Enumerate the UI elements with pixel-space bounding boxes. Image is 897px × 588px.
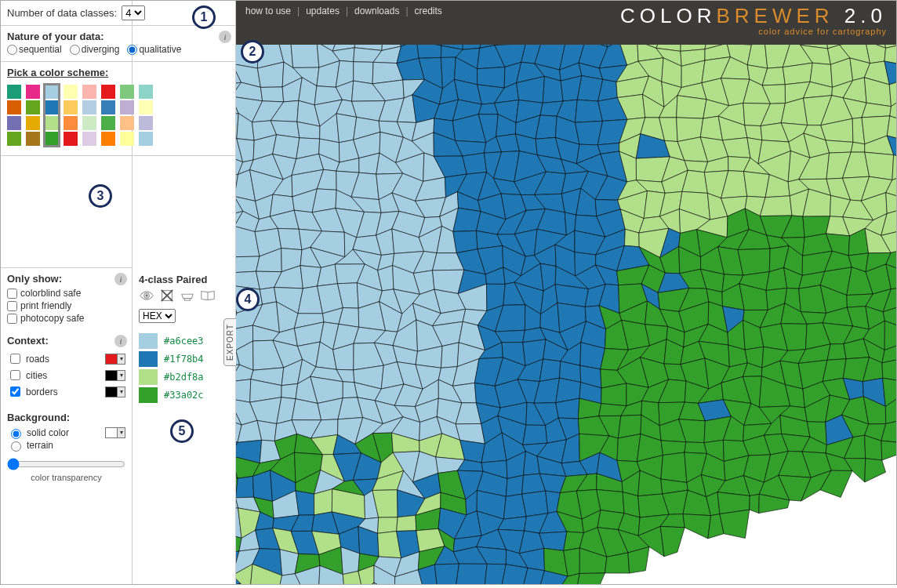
- borders-color-picker[interactable]: ▾: [105, 387, 125, 397]
- svg-point-0: [145, 294, 147, 296]
- background-title: Background:: [7, 407, 125, 426]
- scheme-option[interactable]: [7, 85, 21, 146]
- scheme-option[interactable]: [101, 85, 115, 146]
- svg-marker-111: [260, 87, 283, 102]
- legend-color-row: #a6cee3: [139, 333, 229, 349]
- check-print[interactable]: print friendly: [7, 300, 125, 311]
- svg-marker-244: [826, 140, 853, 153]
- check-photocopy[interactable]: photocopy safe: [7, 313, 125, 324]
- svg-marker-925: [720, 510, 750, 538]
- legend-color-row: #b2df8a: [139, 369, 229, 385]
- check-roads[interactable]: roads: [7, 351, 49, 366]
- context-section: Context: i roads ▾ cities ▾ borders ▾: [1, 333, 132, 405]
- roads-color-picker[interactable]: ▾: [105, 354, 125, 365]
- check-borders[interactable]: borders: [7, 384, 58, 399]
- svg-marker-629: [827, 344, 846, 361]
- legend-title: 4-class Paired: [139, 274, 229, 285]
- svg-marker-908: [378, 517, 398, 534]
- transparency-slider[interactable]: [7, 458, 125, 470]
- export-tab[interactable]: EXPORT: [223, 318, 237, 366]
- svg-marker-982: [456, 564, 487, 584]
- svg-marker-261: [463, 153, 487, 174]
- svg-marker-794: [617, 434, 641, 462]
- radio-solid-color[interactable]: [11, 429, 21, 439]
- step-bubble-1: 1: [192, 5, 216, 29]
- svg-marker-830: [661, 452, 687, 482]
- background-section: Background: solid color ▾ terrain color …: [1, 405, 132, 488]
- svg-marker-650: [539, 359, 561, 382]
- bg-color-picker[interactable]: ▾: [105, 427, 125, 438]
- svg-marker-670: [236, 379, 251, 402]
- svg-marker-87: [478, 67, 505, 89]
- step-bubble-3: 3: [89, 184, 112, 208]
- eye-icon: [139, 289, 154, 305]
- svg-marker-43: [290, 45, 318, 67]
- link-downloads[interactable]: downloads: [354, 5, 399, 16]
- svg-marker-988: [577, 573, 605, 584]
- svg-marker-310: [743, 172, 769, 198]
- step-bubble-5: 5: [170, 419, 194, 443]
- svg-marker-876: [296, 491, 314, 515]
- scheme-option[interactable]: [45, 85, 59, 146]
- link-credits[interactable]: credits: [415, 5, 442, 16]
- context-title: Context:: [7, 335, 125, 350]
- color-format-select[interactable]: HEX: [139, 309, 176, 323]
- svg-marker-496: [260, 287, 276, 304]
- svg-marker-807: [881, 441, 896, 460]
- cities-color-picker[interactable]: ▾: [105, 370, 125, 381]
- svg-marker-450: [738, 249, 770, 275]
- info-icon[interactable]: i: [114, 335, 127, 347]
- svg-marker-891: [597, 489, 624, 513]
- radio-terrain[interactable]: [11, 441, 21, 452]
- svg-marker-352: [886, 193, 896, 214]
- svg-marker-245: [851, 142, 865, 152]
- svg-marker-842: [236, 476, 254, 497]
- radio-diverging[interactable]: diverging: [70, 44, 120, 55]
- copy-disabled-icon: [159, 289, 175, 305]
- svg-marker-981: [434, 564, 459, 584]
- legend-color-row: #33a02c: [139, 387, 229, 403]
- check-colorblind[interactable]: colorblind safe: [7, 288, 125, 299]
- svg-marker-898: [750, 494, 759, 513]
- svg-marker-923: [683, 514, 711, 539]
- svg-marker-281: [865, 152, 894, 180]
- only-show-section: Only show: i colorblind safe print frien…: [1, 267, 132, 333]
- top-bar: how to use| updates| downloads| credits …: [236, 1, 896, 45]
- info-icon[interactable]: i: [114, 273, 127, 285]
- svg-marker-425: [236, 256, 260, 273]
- book-icon: [200, 289, 216, 305]
- link-updates[interactable]: updates: [306, 5, 340, 16]
- link-how-to-use[interactable]: how to use: [245, 5, 291, 16]
- scheme-option[interactable]: [64, 85, 78, 146]
- svg-marker-797: [685, 442, 707, 454]
- svg-marker-610: [441, 343, 459, 368]
- svg-marker-167: [677, 96, 706, 118]
- step-bubble-4: 4: [236, 288, 260, 311]
- step-bubble-2: 2: [241, 40, 264, 64]
- svg-marker-855: [506, 475, 523, 496]
- legend-panel: 4-class Paired HEX #a6cee3#1f78b4#b2df8a…: [133, 267, 235, 412]
- svg-marker-49: [416, 45, 441, 58]
- svg-marker-909: [397, 515, 416, 531]
- logo: COLORBREWER 2.0 color advice for cartogr…: [620, 4, 887, 36]
- svg-marker-887: [522, 491, 548, 517]
- scheme-option[interactable]: [26, 85, 40, 146]
- only-show-title: Only show:: [7, 273, 125, 288]
- check-cities[interactable]: cities: [7, 368, 47, 383]
- svg-marker-81: [354, 62, 373, 84]
- legend-color-row: #1f78b4: [139, 351, 229, 367]
- transparency-label: color transparency: [7, 473, 125, 482]
- svg-marker-672: [281, 383, 298, 398]
- svg-marker-392: [278, 228, 302, 249]
- print-icon: [180, 289, 195, 305]
- svg-marker-840: [865, 459, 886, 482]
- svg-marker-754: [523, 425, 547, 445]
- scheme-option[interactable]: [82, 85, 96, 146]
- data-classes-label: Number of data classes:: [7, 7, 117, 19]
- svg-marker-948: [660, 526, 685, 556]
- svg-marker-346: [760, 196, 792, 216]
- svg-marker-597: [884, 321, 896, 350]
- map[interactable]: [236, 45, 896, 584]
- radio-sequential[interactable]: sequential: [7, 44, 62, 55]
